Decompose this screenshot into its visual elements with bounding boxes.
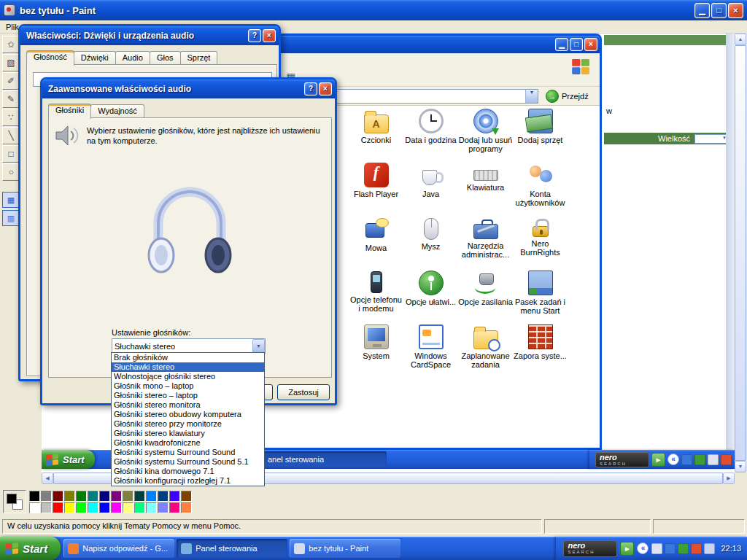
color-swatch[interactable] — [181, 502, 192, 513]
maximize-button[interactable]: □ — [711, 3, 727, 18]
messenger-icon[interactable] — [721, 454, 732, 465]
speaker-option[interactable]: Głośniki stereo monitora — [112, 400, 264, 410]
color-swatch[interactable] — [76, 502, 87, 513]
close-button[interactable]: × — [263, 29, 276, 42]
color-swatch[interactable] — [111, 491, 122, 502]
close-button[interactable]: × — [584, 38, 597, 51]
color-swatch[interactable] — [134, 502, 145, 513]
tool-color-picker[interactable]: ✐ — [2, 72, 20, 90]
taskbar-task-paint[interactable]: bez tytułu - Paint — [290, 539, 400, 558]
speaker-setting-select[interactable]: Słuchawki stereo ▼ — [112, 338, 266, 354]
speaker-option[interactable]: Głośniki systemu Surround Sound — [112, 448, 264, 457]
speaker-option[interactable]: Słuchawki stereo — [112, 362, 264, 372]
cp-item-programs[interactable]: Dodaj lub usuń programy — [458, 107, 513, 161]
color-swatch[interactable] — [41, 502, 52, 513]
network-icon[interactable] — [665, 543, 676, 554]
taskbar-task-control-panel[interactable]: Panel sterowania — [177, 539, 287, 558]
go-button[interactable]: → Przejdź — [546, 90, 589, 103]
shield-icon[interactable] — [694, 454, 705, 465]
nero-go-button[interactable]: ► — [651, 453, 665, 467]
color-swatch[interactable] — [53, 491, 63, 502]
cp-item-java[interactable]: Java — [403, 161, 458, 215]
cp-item-users[interactable]: Konta użytkowników — [513, 161, 568, 215]
minimize-button[interactable]: ▁ — [694, 3, 710, 18]
scroll-left-icon[interactable]: ◀ — [42, 472, 53, 484]
speaker-option[interactable]: Głośniki konfiguracji rozległej 7.1 — [112, 476, 264, 486]
tab-glos[interactable]: Głos — [150, 51, 181, 65]
cp-item-access[interactable]: Opcje ułatwi... — [403, 269, 458, 323]
speaker-option[interactable]: Głośniki systemu Surround Sound 5.1 — [112, 457, 264, 467]
start-button[interactable]: Start — [42, 450, 95, 469]
hide-icons-button[interactable]: « — [637, 542, 649, 554]
color-swatch[interactable] — [111, 502, 122, 513]
color-swatch[interactable] — [99, 491, 110, 502]
maximize-button[interactable]: □ — [570, 38, 583, 51]
cp-item-datetime[interactable]: Data i godzina — [403, 107, 458, 161]
tool-ellipse[interactable]: ○ — [2, 163, 20, 181]
font-size-select[interactable] — [694, 134, 728, 144]
hide-icons-button[interactable]: « — [667, 454, 679, 465]
tab-glosniki[interactable]: Głośniki — [48, 104, 91, 119]
cp-item-mouse[interactable]: Mysz — [403, 215, 458, 269]
color-swatch[interactable] — [53, 502, 63, 513]
color-swatch[interactable] — [134, 491, 145, 502]
tab-wydajnosc[interactable]: Wydajność — [90, 104, 144, 118]
color-swatch[interactable] — [88, 491, 98, 502]
cp-item-scheduled[interactable]: Zaplanowane zadania — [458, 323, 513, 377]
cp-item-admin[interactable]: Narzędzia administrac... — [458, 215, 513, 269]
language-indicator[interactable] — [704, 543, 715, 554]
color-swatch[interactable] — [64, 502, 75, 513]
color-swatch[interactable] — [76, 491, 87, 502]
cp-item-phone[interactable]: Opcje telefonu i modemu — [349, 269, 403, 323]
selection-option-transparent[interactable]: ▥ — [2, 210, 20, 226]
taskbar-task-message[interactable]: Napisz odpowiedź - G... — [63, 539, 174, 558]
color-swatch[interactable] — [99, 502, 110, 513]
color-swatch[interactable] — [64, 491, 75, 502]
cp-item-fonts[interactable]: Czcionki — [349, 107, 403, 161]
tab-dzwieki[interactable]: Dźwięki — [74, 51, 116, 65]
vertical-scrollbar[interactable]: ▲ ▼ — [735, 34, 746, 472]
network-icon[interactable] — [681, 454, 692, 465]
color-swatch[interactable] — [29, 491, 40, 502]
speaker-option[interactable]: Brak głośników — [112, 353, 264, 362]
tab-sprzet[interactable]: Sprzęt — [180, 51, 218, 65]
color-indicator[interactable] — [3, 490, 26, 513]
scroll-right-icon[interactable]: ▶ — [723, 472, 735, 484]
speaker-option[interactable]: Głośniki stereo – laptop — [112, 391, 264, 400]
speaker-option[interactable]: Głośniki stereo przy monitorze — [112, 419, 264, 429]
color-swatch[interactable] — [146, 491, 157, 502]
scrollbar-thumb[interactable] — [735, 45, 746, 461]
chevron-down-icon[interactable]: ▼ — [525, 90, 538, 103]
cp-item-flash[interactable]: Flash Player — [349, 161, 403, 215]
speaker-option[interactable]: Wolnostojące głośniki stereo — [112, 372, 264, 381]
scroll-up-icon[interactable]: ▲ — [735, 34, 746, 45]
tool-rectangle[interactable]: □ — [2, 145, 20, 163]
cp-item-cardspace[interactable]: Windows CardSpace — [403, 323, 458, 377]
color-swatch[interactable] — [158, 491, 169, 502]
start-button[interactable]: Start — [0, 537, 61, 560]
cp-item-speech[interactable]: Mowa — [349, 215, 403, 269]
color-swatch[interactable] — [123, 491, 133, 502]
cp-item-firewall[interactable]: Zapora syste... — [513, 323, 568, 377]
minimize-button[interactable]: ▁ — [555, 38, 568, 51]
tool-eraser[interactable]: ▨ — [2, 54, 20, 71]
color-swatch[interactable] — [146, 502, 157, 513]
color-swatch[interactable] — [169, 491, 180, 502]
nero-go-button[interactable]: ► — [620, 542, 634, 556]
scroll-down-icon[interactable]: ▼ — [735, 461, 746, 472]
color-swatch[interactable] — [88, 502, 98, 513]
help-button[interactable]: ? — [304, 82, 317, 96]
close-button[interactable]: × — [728, 3, 743, 18]
chevron-down-icon[interactable]: ▼ — [252, 339, 265, 353]
tool-pencil[interactable]: ✎ — [2, 90, 20, 108]
speaker-option[interactable]: Głośniki stereo obudowy komputera — [112, 410, 264, 419]
speaker-option[interactable]: Głośniki kina domowego 7.1 — [112, 467, 264, 476]
color-swatch[interactable] — [181, 491, 192, 502]
color-swatch[interactable] — [29, 502, 40, 513]
color-swatch[interactable] — [158, 502, 169, 513]
help-button[interactable]: ? — [248, 29, 261, 42]
speaker-option[interactable]: Głośniki kwadrofoniczne — [112, 438, 264, 448]
color-swatch[interactable] — [169, 502, 180, 513]
cp-item-system[interactable]: System — [349, 323, 403, 377]
tab-audio[interactable]: Audio — [115, 51, 150, 65]
